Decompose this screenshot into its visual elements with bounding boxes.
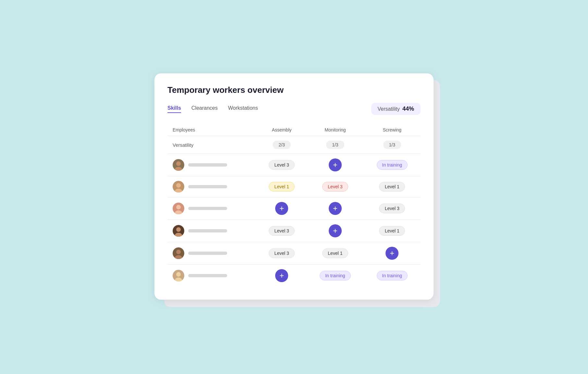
skill-monitoring-employee-4[interactable]: + <box>307 220 363 242</box>
versatility-screwing: 1/3 <box>364 136 421 154</box>
table-header-row: Employees Assembly Monitoring Screwing <box>167 124 421 136</box>
skill-badge-assembly-4: Level 3 <box>269 226 295 236</box>
skill-badge-monitoring-5: Level 1 <box>322 248 348 258</box>
skill-badge-screwing-1: In training <box>377 160 408 170</box>
add-skill-monitoring-4[interactable]: + <box>329 224 342 237</box>
svg-point-16 <box>176 272 181 277</box>
name-placeholder-3 <box>188 207 227 210</box>
skill-monitoring-employee-6: In training <box>307 265 363 287</box>
skill-monitoring-employee-3[interactable]: + <box>307 197 363 220</box>
skill-screwing-employee-3: Level 3 <box>364 197 421 220</box>
skill-badge-assembly-2: Level 1 <box>269 182 295 192</box>
skill-monitoring-employee-1[interactable]: + <box>307 154 363 176</box>
versatility-label: Versatility <box>378 106 400 112</box>
employee-info-5 <box>173 247 251 259</box>
avatar-6 <box>173 270 184 281</box>
employee-info-2 <box>173 181 251 193</box>
skill-screwing-employee-5[interactable]: + <box>364 242 421 265</box>
avatar-5 <box>173 247 184 259</box>
skill-screwing-employee-6: In training <box>364 265 421 287</box>
table-row-employee-2: Level 1Level 3Level 1 <box>167 176 421 197</box>
skill-badge-assembly-1: Level 3 <box>269 160 295 170</box>
skill-badge-screwing-4: Level 1 <box>379 226 405 236</box>
skill-monitoring-employee-2: Level 3 <box>307 176 363 197</box>
skill-assembly-employee-5: Level 3 <box>257 242 307 265</box>
tab-clearances[interactable]: Clearances <box>191 105 218 113</box>
skill-badge-screwing-3: Level 3 <box>379 204 405 213</box>
name-placeholder-1 <box>188 163 227 167</box>
versatility-row-label: Versatility <box>167 136 257 154</box>
tabs-container: Skills Clearances Workstations <box>167 105 258 113</box>
versatility-badge: Versatility 44% <box>371 103 421 115</box>
employee-cell-3 <box>167 197 257 220</box>
employee-info-1 <box>173 159 251 171</box>
employee-info-3 <box>173 203 251 214</box>
employee-cell-1 <box>167 154 257 176</box>
svg-point-1 <box>176 161 181 166</box>
table-row-employee-6: +In trainingIn training <box>167 265 421 287</box>
tab-workstations[interactable]: Workstations <box>228 105 258 113</box>
avatar-1 <box>173 159 184 171</box>
skill-badge-monitoring-2: Level 3 <box>322 182 348 192</box>
table-row-employee-5: Level 3Level 1+ <box>167 242 421 265</box>
svg-point-7 <box>176 205 181 209</box>
tab-skills[interactable]: Skills <box>167 105 181 113</box>
name-placeholder-2 <box>188 185 227 188</box>
table-row-employee-3: ++Level 3 <box>167 197 421 220</box>
col-employees: Employees <box>167 124 257 136</box>
svg-point-10 <box>176 227 181 232</box>
add-skill-assembly-6[interactable]: + <box>275 269 288 282</box>
versatility-assembly: 2/3 <box>257 136 307 154</box>
name-placeholder-4 <box>188 229 227 232</box>
col-monitoring: Monitoring <box>307 124 363 136</box>
employee-info-4 <box>173 225 251 237</box>
avatar-4 <box>173 225 184 237</box>
employee-info-6 <box>173 270 251 281</box>
page-wrapper: Temporary workers overview Skills Cleara… <box>154 73 434 301</box>
skill-monitoring-employee-5: Level 1 <box>307 242 363 265</box>
skill-screwing-employee-2: Level 1 <box>364 176 421 197</box>
skill-assembly-employee-4: Level 3 <box>257 220 307 242</box>
svg-point-13 <box>176 250 181 254</box>
employee-cell-2 <box>167 176 257 197</box>
skill-screwing-employee-1: In training <box>364 154 421 176</box>
skills-table: Employees Assembly Monitoring Screwing V… <box>167 124 421 287</box>
employee-cell-4 <box>167 220 257 242</box>
table-row-versatility: Versatility 2/3 1/3 1/3 <box>167 136 421 154</box>
skill-badge-assembly-5: Level 3 <box>269 248 295 258</box>
versatility-monitoring: 1/3 <box>307 136 363 154</box>
employee-cell-6 <box>167 265 257 287</box>
skill-assembly-employee-6[interactable]: + <box>257 265 307 287</box>
add-skill-screwing-5[interactable]: + <box>386 247 398 260</box>
name-placeholder-6 <box>188 274 227 277</box>
col-screwing: Screwing <box>364 124 421 136</box>
table-row-employee-1: Level 3+In training <box>167 154 421 176</box>
table-row-employee-4: Level 3+Level 1 <box>167 220 421 242</box>
name-placeholder-5 <box>188 252 227 255</box>
skill-assembly-employee-3[interactable]: + <box>257 197 307 220</box>
avatar-3 <box>173 203 184 214</box>
skill-assembly-employee-1: Level 3 <box>257 154 307 176</box>
svg-point-4 <box>176 183 181 188</box>
add-skill-monitoring-3[interactable]: + <box>329 202 342 215</box>
add-skill-assembly-3[interactable]: + <box>275 202 288 215</box>
employee-cell-5 <box>167 242 257 265</box>
skill-badge-monitoring-6: In training <box>320 271 350 280</box>
add-skill-monitoring-1[interactable]: + <box>329 158 342 171</box>
skill-assembly-employee-2: Level 1 <box>257 176 307 197</box>
tabs-row: Skills Clearances Workstations Versatili… <box>167 103 421 115</box>
avatar-2 <box>173 181 184 193</box>
skill-screwing-employee-4: Level 1 <box>364 220 421 242</box>
main-card: Temporary workers overview Skills Cleara… <box>154 73 434 300</box>
col-assembly: Assembly <box>257 124 307 136</box>
versatility-value: 44% <box>402 106 414 112</box>
page-title: Temporary workers overview <box>167 85 421 95</box>
skill-badge-screwing-6: In training <box>377 271 408 280</box>
skill-badge-screwing-2: Level 1 <box>379 182 405 192</box>
